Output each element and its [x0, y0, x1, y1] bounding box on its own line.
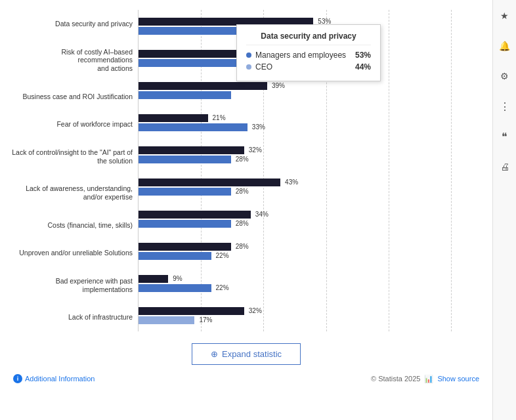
bar-row-4-0: 32%	[139, 146, 486, 154]
expand-icon: ⊕	[211, 349, 218, 359]
bar-group-9: 32% 17%	[139, 307, 486, 324]
bar-pct-5-0: 43%	[285, 178, 298, 186]
bar-6-blue	[139, 220, 231, 228]
bar-row-6-0: 34%	[139, 211, 486, 219]
label-0: Data security and privacy	[7, 20, 133, 28]
bar-pct-9-0: 32%	[249, 307, 262, 314]
bar-row-3-1: 33%	[139, 123, 486, 131]
bar-row-2-1	[139, 91, 486, 99]
bar-8-blue	[139, 284, 211, 292]
info-icon: i	[13, 374, 22, 383]
tooltip-value-1: 53%	[355, 51, 371, 60]
bar-9-light	[139, 316, 194, 324]
share-icon[interactable]: ⋮	[496, 97, 514, 116]
chart-content: Data security and privacy Managers and e…	[7, 10, 486, 386]
bar-row-6-1: 28%	[139, 220, 486, 228]
bar-pct-3-1: 33%	[252, 123, 265, 131]
expand-btn-area: ⊕ Expand statistic	[7, 331, 486, 371]
bar-row-8-0: 9%	[139, 275, 486, 283]
bar-pct-7-0: 28%	[236, 243, 249, 250]
bar-row-7-1: 22%	[139, 252, 486, 260]
bar-4-blue	[139, 156, 231, 163]
bar-row-5-1: 28%	[139, 188, 486, 196]
bar-pct-8-0: 9%	[173, 275, 182, 282]
bar-group-5: 43% 28%	[139, 178, 486, 196]
label-2: Business case and ROI Justification	[7, 93, 133, 101]
quote-icon[interactable]: ❝	[496, 127, 514, 146]
statista-credit: © Statista 2025	[371, 375, 420, 383]
bar-pct-8-1: 22%	[216, 284, 229, 291]
bar-group-2: 39%	[139, 82, 486, 99]
bar-row-4-1: 28%	[139, 156, 486, 163]
bar-9-dark	[139, 307, 244, 315]
footer-left[interactable]: i Additional Information	[13, 374, 95, 383]
show-source-link[interactable]: Show source	[437, 375, 479, 383]
bar-3-blue	[139, 123, 247, 131]
bar-5-dark	[139, 178, 280, 186]
tooltip-title: Data security and privacy	[246, 32, 371, 45]
bar-pct-4-0: 32%	[249, 146, 262, 154]
bar-2-blue	[139, 91, 231, 99]
bar-3-dark	[139, 114, 208, 122]
tooltip-row-1: Managers and employees 53%	[246, 51, 371, 60]
notification-icon[interactable]: 🔔	[496, 37, 514, 55]
bar-pct-6-0: 34%	[255, 211, 269, 218]
print-icon[interactable]: 🖨	[496, 158, 514, 176]
tooltip-dot-1	[246, 52, 251, 58]
bar-group-7: 28% 22%	[139, 243, 486, 260]
statista-logo-icon: 📊	[424, 375, 433, 383]
label-1: Risk of costly AI–based recommendationsa…	[7, 48, 133, 73]
tooltip-value-2: 44%	[355, 62, 371, 72]
bar-row-9-0: 32%	[139, 307, 486, 315]
bar-group-3: 21% 33%	[139, 114, 486, 131]
bar-pct-4-1: 28%	[236, 156, 249, 163]
label-9: Lack of infrastructure	[7, 313, 133, 322]
bar-row-2-0: 39%	[139, 82, 486, 90]
tooltip-dot-2	[246, 64, 251, 70]
right-sidebar: ★ 🔔 ⚙ ⋮ ❝ 🖨	[492, 0, 516, 420]
bar-8-dark	[139, 275, 168, 283]
bar-pct-3-0: 21%	[213, 114, 226, 121]
additional-info-label[interactable]: Additional Information	[25, 375, 95, 383]
label-4: Lack of control/insight to the "AI" part…	[7, 148, 133, 165]
bar-row-9-1: 17%	[139, 316, 486, 324]
bar-row-3-0: 21%	[139, 114, 486, 122]
bar-group-4: 32% 28%	[139, 146, 486, 163]
bar-group-8: 9% 22%	[139, 275, 486, 292]
bar-pct-5-1: 28%	[236, 188, 249, 195]
expand-statistic-button[interactable]: ⊕ Expand statistic	[192, 343, 301, 365]
label-5: Lack of awareness, understanding,and/or …	[7, 184, 133, 201]
label-7: Unproven and/or unreliable Solutions	[7, 249, 133, 257]
labels-column: Data security and privacy Risk of costly…	[7, 10, 138, 331]
bar-row-5-0: 43%	[139, 178, 486, 186]
bar-5-blue	[139, 188, 231, 196]
footer-right: © Statista 2025 📊 Show source	[371, 375, 479, 383]
settings-icon[interactable]: ⚙	[496, 67, 514, 85]
tooltip-box: Data security and privacy Managers and e…	[236, 24, 381, 81]
bar-pct-9-1: 17%	[199, 316, 212, 324]
tooltip-label-2: CEO	[246, 62, 355, 72]
bar-2-dark	[139, 82, 267, 90]
bar-6-dark	[139, 211, 251, 219]
bar-group-6: 34% 28%	[139, 211, 486, 228]
label-8: Bad experience with pastimplementations	[7, 277, 133, 293]
bookmark-icon[interactable]: ★	[496, 7, 514, 25]
bar-pct-7-1: 22%	[216, 252, 229, 259]
bar-7-dark	[139, 243, 231, 251]
bar-row-7-0: 28%	[139, 243, 486, 251]
tooltip-row-2: CEO 44%	[246, 62, 371, 72]
footer: i Additional Information © Statista 2025…	[7, 371, 486, 386]
bar-row-8-1: 22%	[139, 284, 486, 292]
label-6: Costs (financial, time, skills)	[7, 221, 133, 230]
bar-4-dark	[139, 146, 244, 154]
label-3: Fear of workforce impact	[7, 120, 133, 129]
bar-pct-2-0: 39%	[272, 82, 285, 89]
bar-7-blue	[139, 252, 211, 260]
tooltip-label-1: Managers and employees	[246, 51, 355, 60]
chart-area: Data security and privacy Managers and e…	[0, 0, 492, 420]
expand-label: Expand statistic	[222, 349, 282, 359]
bar-pct-6-1: 28%	[236, 220, 249, 227]
